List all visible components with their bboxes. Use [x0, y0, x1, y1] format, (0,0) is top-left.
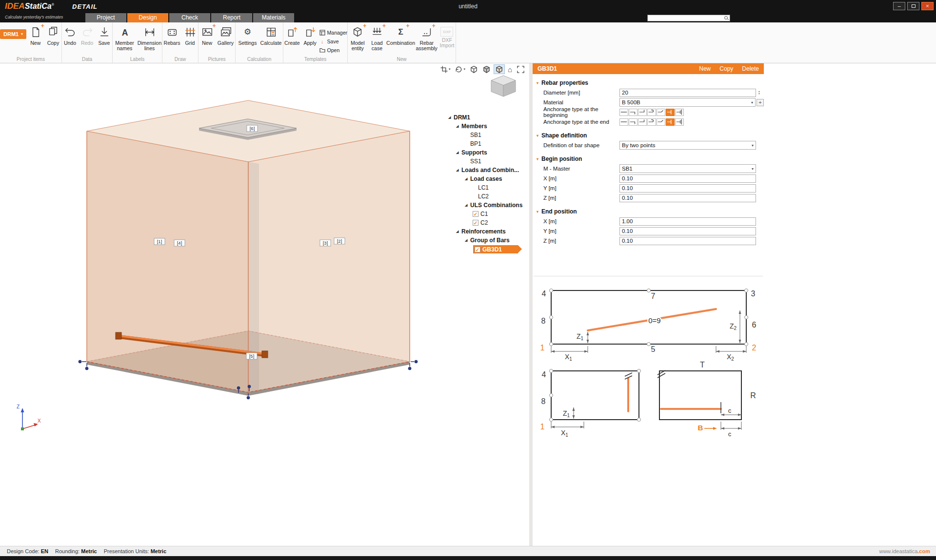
tree-item-members[interactable]: ◢Members	[445, 122, 528, 131]
close-button[interactable]: ×	[921, 2, 934, 10]
minimize-button[interactable]: –	[893, 2, 905, 10]
section-shape-definition[interactable]: ▾ Shape definition	[533, 131, 764, 140]
end-y-input[interactable]	[619, 227, 756, 235]
redo-icon	[80, 25, 95, 39]
svg-text:c: c	[728, 430, 732, 438]
begin-x-input[interactable]	[619, 174, 756, 183]
wireframe-view-button[interactable]	[468, 64, 479, 74]
tree-item-load-cases[interactable]: ◢Load cases	[445, 174, 528, 183]
begin-z-input[interactable]	[619, 194, 756, 202]
tree-item-ss1[interactable]: ◢SS1	[445, 157, 528, 166]
section-begin-position[interactable]: ▾ Begin position	[533, 154, 764, 164]
panel-splitter[interactable]	[529, 63, 533, 546]
end-z-input[interactable]	[619, 237, 756, 245]
tree-item-gb3d1-selected[interactable]: ✓ GB3D1	[473, 245, 518, 253]
solid-view-button[interactable]	[481, 64, 492, 74]
tab-project[interactable]: Project	[85, 13, 126, 22]
navigation-cube[interactable]	[488, 74, 518, 98]
rotate-view-button[interactable]: ▾	[453, 64, 467, 74]
website-link[interactable]: www.ideastatica.com	[879, 548, 930, 554]
tree-item-sb1[interactable]: ◢SB1	[445, 131, 528, 139]
anchorage-hook-up-button[interactable]	[638, 109, 647, 116]
chevron-down-icon: ▾	[537, 210, 538, 214]
tree-item-bp1[interactable]: ◢BP1	[445, 139, 528, 148]
tab-materials[interactable]: Materials	[253, 13, 294, 22]
viewport-toolbar: ▾ ▾ ⌂	[438, 64, 526, 74]
tree-item-loads-and-combinations[interactable]: ◢Loads and Combin...	[445, 166, 528, 174]
tree-item-uls-combinations[interactable]: ◢ULS Combinations	[445, 201, 528, 210]
svg-text:Z1: Z1	[563, 409, 570, 418]
expander-icon[interactable]: ◢	[448, 116, 454, 119]
anchorage-head-button[interactable]	[675, 109, 684, 116]
svg-text:[6]: [6]	[250, 126, 255, 131]
model-viewport[interactable]: ▾ ▾ ⌂	[0, 63, 529, 546]
bar-shape-select[interactable]: By two points ▾	[619, 141, 756, 150]
svg-text:6: 6	[752, 321, 757, 329]
expander-icon[interactable]: ◢	[456, 151, 461, 154]
tree-item-group-of-bars[interactable]: ◢Group of Bars	[445, 236, 528, 245]
copy-rebar-button[interactable]: Copy	[719, 65, 733, 72]
checkbox-checked[interactable]: ✓	[473, 220, 478, 226]
anchorage-straight-button[interactable]	[619, 118, 628, 126]
search-box[interactable]	[647, 15, 730, 21]
tab-design[interactable]: Design	[127, 13, 168, 22]
expander-icon[interactable]: ◢	[465, 177, 470, 181]
new-rebar-button[interactable]: New	[699, 65, 711, 72]
clipping-tool-button[interactable]: ▾	[438, 64, 452, 74]
tree-item-reinforcements[interactable]: ◢Reinforcements	[445, 227, 528, 236]
expander-icon[interactable]: ◢	[465, 203, 470, 207]
template-open-button[interactable]: Open	[319, 46, 347, 54]
expander-icon[interactable]: ◢	[465, 238, 470, 242]
section-rebar-properties[interactable]: ▾ Rebar properties	[533, 78, 764, 88]
search-input[interactable]	[648, 15, 723, 21]
begin-y-input[interactable]	[619, 184, 756, 193]
application-window: IDEAStatiCa® DETAIL untitled – × Calcula…	[0, 0, 936, 560]
expander-icon[interactable]: ◢	[456, 230, 461, 233]
download-icon: ↓	[319, 39, 325, 44]
checkbox-checked[interactable]: ✓	[473, 211, 478, 217]
anchorage-hook-down-button[interactable]	[629, 118, 637, 126]
anchorage-straight-button[interactable]	[619, 109, 628, 116]
ribbon-tab-row: Calculate yesterday's estimates Project …	[0, 13, 936, 22]
expander-icon[interactable]: ◢	[456, 168, 461, 172]
tab-check[interactable]: Check	[169, 13, 210, 22]
tree-item-supports[interactable]: ◢Supports	[445, 148, 528, 157]
template-manager-button[interactable]: Manager	[319, 29, 347, 36]
project-item-selector[interactable]: DRM1▾	[0, 29, 26, 39]
delete-rebar-button[interactable]: Delete	[742, 65, 759, 72]
checkbox-checked[interactable]: ✓	[475, 247, 480, 252]
expander-icon[interactable]: ◢	[456, 124, 461, 128]
master-member-select[interactable]: SB1 ▾	[619, 164, 756, 173]
transparent-view-button[interactable]	[494, 64, 505, 74]
anchorage-hook-180-button[interactable]	[647, 109, 656, 116]
solid-cube-icon	[482, 65, 491, 74]
chevron-down-icon: ▾	[537, 134, 538, 138]
section-end-position[interactable]: ▾ End position	[533, 207, 764, 216]
end-x-input[interactable]	[619, 217, 756, 226]
home-view-button[interactable]: ⌂	[506, 64, 514, 74]
anchorage-hook-down-button[interactable]	[629, 109, 637, 116]
anchorage-hook-up-button[interactable]	[638, 118, 647, 126]
tab-report[interactable]: Report	[211, 13, 252, 22]
tree-item-lc2[interactable]: ◢LC2	[445, 192, 528, 201]
tree-item-c2[interactable]: ✓C2	[445, 218, 528, 227]
rotate-icon	[455, 65, 463, 74]
svg-text:[1]: [1]	[157, 239, 162, 244]
material-select[interactable]: B 500B ▾	[619, 98, 756, 107]
anchorage-plate-button-selected[interactable]	[666, 118, 675, 126]
anchorage-plate-button-selected[interactable]	[666, 109, 675, 116]
tree-item-drm1[interactable]: ◢DRM1	[445, 113, 528, 122]
zoom-fit-button[interactable]	[515, 64, 526, 74]
diameter-input[interactable]	[619, 89, 756, 97]
anchorage-head-button[interactable]	[675, 118, 684, 126]
diameter-stepper[interactable]: ▴ ▾	[757, 90, 762, 95]
anchorage-bend-button[interactable]	[657, 109, 665, 116]
template-save-button[interactable]: ↓ Save	[319, 38, 347, 45]
maximize-button[interactable]	[907, 2, 919, 10]
anchorage-bend-button[interactable]	[657, 118, 665, 126]
anchorage-hook-180-button[interactable]	[647, 118, 656, 126]
add-material-button[interactable]: +	[757, 99, 764, 106]
svg-text:8: 8	[541, 397, 546, 406]
tree-item-lc1[interactable]: ◢LC1	[445, 183, 528, 192]
tree-item-c1[interactable]: ✓C1	[445, 210, 528, 218]
